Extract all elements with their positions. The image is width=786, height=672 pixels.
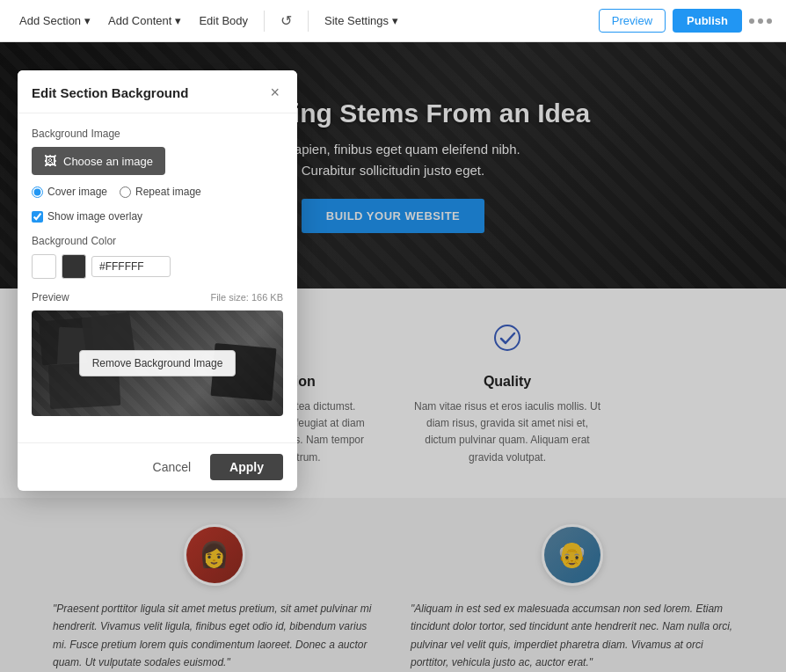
toolbar-divider-1 (264, 11, 265, 32)
cover-image-option[interactable]: Cover image (32, 186, 107, 198)
undo-button[interactable]: ↺ (275, 9, 297, 33)
dot-3 (767, 18, 772, 24)
cancel-label: Cancel (153, 460, 192, 474)
repeat-image-label: Repeat image (135, 186, 201, 198)
main-area: Everything Stems From an Idea um sapien,… (0, 42, 786, 672)
image-options-row: Cover image Repeat image Show image over… (32, 186, 283, 223)
preview-button[interactable]: Preview (599, 9, 666, 33)
apply-label: Apply (229, 460, 264, 474)
publish-label: Publish (687, 14, 728, 27)
toolbar: Add Section ▾ Add Content ▾ Edit Body ↺ … (0, 0, 786, 42)
image-icon: 🖼 (44, 154, 56, 168)
preview-label: Preview (32, 291, 69, 303)
repeat-image-radio[interactable] (120, 186, 131, 198)
dot-1 (749, 18, 754, 24)
remove-background-label: Remove Background Image (92, 357, 223, 369)
cover-image-radio[interactable] (32, 186, 43, 198)
site-settings-label: Site Settings (324, 14, 389, 27)
site-settings-chevron-icon: ▾ (392, 14, 398, 27)
cover-image-label: Cover image (47, 186, 107, 198)
preview-section: Preview File size: 166 KB Remove Backgro… (32, 291, 283, 416)
add-section-label: Add Section (19, 14, 81, 27)
dialog-close-button[interactable]: × (266, 83, 283, 102)
color-swatch-row: #FFFFFF (32, 254, 283, 279)
color-swatch-white[interactable] (32, 254, 56, 279)
add-section-button[interactable]: Add Section ▾ (14, 11, 96, 31)
site-settings-button[interactable]: Site Settings ▾ (319, 11, 404, 31)
bg-image-label: Background Image (32, 128, 283, 140)
repeat-image-option[interactable]: Repeat image (120, 186, 201, 198)
file-size-label: File size: 166 KB (210, 292, 283, 303)
preview-header-row: Preview File size: 166 KB (32, 291, 283, 303)
dialog-footer: Cancel Apply (18, 442, 297, 491)
choose-image-label: Choose an image (63, 155, 153, 168)
add-section-chevron-icon: ▾ (84, 14, 91, 27)
show-overlay-option[interactable]: Show image overlay (32, 210, 142, 223)
dialog-header: Edit Section Background × (18, 70, 297, 113)
add-content-button[interactable]: Add Content ▾ (103, 11, 186, 31)
edit-section-background-dialog: Edit Section Background × Background Ima… (18, 70, 297, 491)
preview-image-container: Remove Background Image (32, 310, 283, 416)
add-content-label: Add Content (108, 14, 171, 27)
publish-button[interactable]: Publish (673, 9, 742, 33)
dot-2 (758, 18, 763, 24)
cancel-button[interactable]: Cancel (141, 454, 204, 480)
show-overlay-checkbox[interactable] (32, 211, 43, 223)
toolbar-divider-2 (308, 11, 309, 32)
toolbar-more-options (749, 18, 772, 24)
choose-image-button[interactable]: 🖼 Choose an image (32, 147, 165, 175)
color-swatch-dark[interactable] (62, 254, 86, 279)
dialog-title: Edit Section Background (32, 85, 188, 100)
bg-color-label: Background Color (32, 235, 283, 247)
bg-color-row: Background Color #FFFFFF (32, 235, 283, 279)
color-hex-input[interactable]: #FFFFFF (91, 256, 171, 277)
edit-body-button[interactable]: Edit Body (193, 11, 253, 31)
edit-body-label: Edit Body (199, 14, 248, 27)
apply-button[interactable]: Apply (210, 454, 283, 480)
remove-background-button[interactable]: Remove Background Image (79, 350, 237, 376)
show-overlay-label: Show image overlay (47, 210, 142, 223)
add-content-chevron-icon: ▾ (175, 14, 181, 27)
preview-label: Preview (612, 14, 652, 27)
close-icon: × (270, 84, 280, 101)
dialog-body: Background Image 🖼 Choose an image Cover… (18, 113, 297, 442)
